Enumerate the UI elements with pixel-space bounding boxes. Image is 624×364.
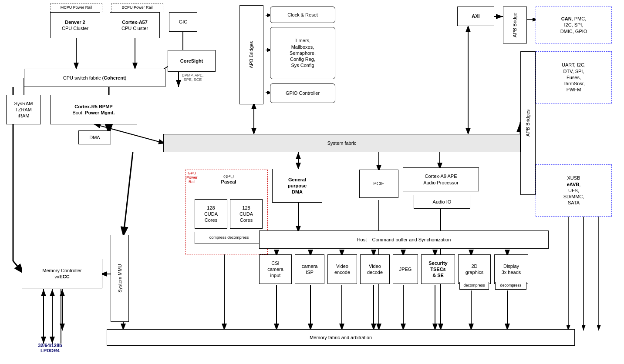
diagram: MCPU Power Rail BCPU Power Rail Denver 2… <box>0 0 624 364</box>
can-pmc-box: CAN, PMC, I2C, SPI,DMIC, GPIO <box>536 7 612 43</box>
system-fabric: System fabric <box>163 134 520 152</box>
apb-bridge-right-top: APB Bridge <box>503 7 527 43</box>
cortex-a9-ape: Cortex-A9 APEAudio Processor <box>403 167 479 191</box>
cuda-core-2: 128CUDACores <box>230 199 263 229</box>
mcpu-power-rail: MCPU Power Rail <box>50 3 102 12</box>
decompress-2d: decompress <box>459 282 489 290</box>
uart-i2c-box: UART, I2C,DTV, SPI,Fuses,ThrmSnsr,PWFM <box>536 51 612 104</box>
memory-controller: Memory Controllerw/ECC <box>22 259 102 288</box>
apb-bridges-right: APB Bridges <box>520 51 536 195</box>
cpu-switch-fabric: CPU switch fabric (Coherent) <box>24 69 165 87</box>
gpu-power-rail-label: GPUPowerRail <box>186 171 198 184</box>
gpio-controller: GPIO Controller <box>270 83 335 103</box>
dma-small: DMA <box>78 130 111 144</box>
display-3x-heads: Display3x heads <box>494 254 528 284</box>
decompress-display: decompress <box>495 282 526 290</box>
bpmp-label: BPMP, APE,SPE, SCE <box>170 73 216 82</box>
memory-fabric: Memory fabric and arbitration <box>107 329 575 346</box>
cortex-r5-bpmp: Cortex-R5 BPMP Boot, Power Mgmt. <box>50 95 137 124</box>
axi: AXI <box>457 7 494 26</box>
clock-reset: Clock & Reset <box>270 7 335 23</box>
video-decode: Videodecode <box>360 254 390 284</box>
coresight: CoreSight <box>168 50 216 72</box>
gpu-pascal-label: GPUPascal <box>198 174 259 184</box>
general-dma: GeneralpurposeDMA <box>272 169 322 203</box>
timers-mailboxes: Timers,Mailboxes,Semaphore,Config Reg,Sy… <box>270 27 335 79</box>
system-mmu: System MMU <box>111 235 129 322</box>
host-cmd-buffer: Host Command buffer and Synchonization <box>259 230 549 249</box>
bcpu-power-rail: BCPU Power Rail <box>111 3 163 12</box>
audio-io: Audio IO <box>414 195 470 209</box>
pcie: PCIE <box>359 170 398 198</box>
lpddr4-label: 32/64/128bLPDDR4 <box>24 343 76 353</box>
apb-bridges-top: APB Bridges <box>239 5 263 104</box>
video-encode: Videoencode <box>327 254 357 284</box>
denver2-cpu: Denver 2 CPU Cluster <box>50 12 100 38</box>
csi-camera-input: CSIcamerainput <box>259 254 292 284</box>
sysram: SysRAMTZRAMiRAM <box>6 95 41 124</box>
xusb-eavb-box: XUSBeAVB,UFS,SD/MMC,SATA <box>536 164 612 217</box>
gic: GIC <box>169 12 197 32</box>
svg-line-51 <box>123 152 133 237</box>
2d-graphics: 2Dgraphics <box>458 254 491 284</box>
compress-decompress: compress decompress <box>195 232 263 244</box>
cuda-core-1: 128CUDACores <box>195 199 227 229</box>
jpeg: JPEG <box>393 254 418 284</box>
security-tsecs: SecurityTSECs& SE <box>421 254 455 284</box>
camera-isp: cameraISP <box>295 254 324 284</box>
cortex-a57-cpu: Cortex-A57 CPU Cluster <box>110 12 160 38</box>
